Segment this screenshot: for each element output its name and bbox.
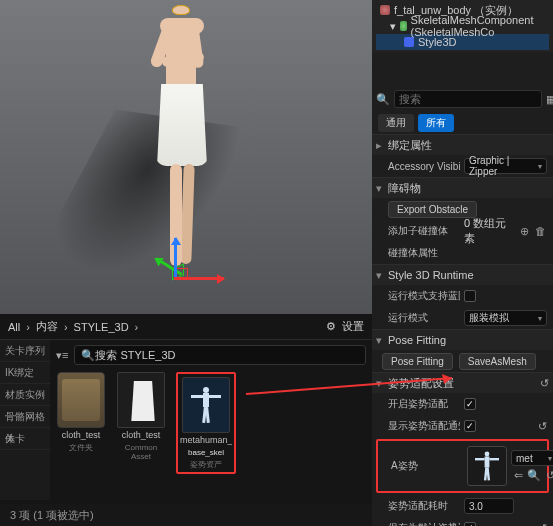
reset-icon[interactable]: ↺ [543, 468, 553, 482]
skeleton-thumb [182, 377, 230, 433]
filter-ik[interactable]: IK绑定 [0, 362, 50, 384]
cloth-thumb [117, 372, 165, 428]
array-count: 0 数组元素 [464, 216, 514, 246]
reset-icon[interactable]: ↺ [538, 522, 547, 527]
component-outliner: f_tal_unw_body （实例） ▾SkeletalMeshCompone… [372, 0, 553, 52]
viewport-3d[interactable] [0, 0, 372, 314]
reset-icon[interactable]: ↺ [540, 377, 549, 390]
details-panel: f_tal_unw_body （实例） ▾SkeletalMeshCompone… [372, 0, 553, 526]
highlight-a-pose: A姿势 met ⇐ 🔍 ↺ [376, 439, 549, 493]
browser-search-input[interactable]: 🔍 搜索 STYLE_3D [74, 345, 366, 365]
content-browser: All › 内容 › STYLE_3D › ⚙ 设置 关卡序列 IK绑定 材质实… [0, 314, 372, 526]
rest-time-field[interactable]: 3.0 [464, 498, 514, 514]
section-pose-fitting[interactable]: ▾Pose Fitting [372, 330, 553, 350]
enable-pose-checkbox[interactable] [464, 398, 476, 410]
filter-level-seq[interactable]: 关卡序列 [0, 340, 50, 362]
reset-icon[interactable]: ↺ [538, 420, 547, 433]
browser-settings-label[interactable]: 设置 [342, 319, 364, 334]
filter-general-pill[interactable]: 通用 [378, 114, 414, 132]
trash-icon[interactable]: 🗑 [534, 224, 547, 238]
save-default-checkbox[interactable] [464, 522, 476, 526]
pose-fitting-button[interactable]: Pose Fitting [382, 353, 453, 370]
filter-level[interactable]: 关卡 [0, 428, 50, 450]
crumb-all[interactable]: All [8, 321, 20, 333]
highlight-asset: metahuman_... base_skel 姿势资产 [176, 372, 236, 474]
grid-icon[interactable]: ▦ [546, 92, 553, 106]
asset-metahuman-skel[interactable]: metahuman_... base_skel 姿势资产 [181, 377, 231, 469]
filter-skelmesh[interactable]: 骨骼网格体 [0, 406, 50, 428]
asset-folder-clothtest[interactable]: cloth_test 文件夹 [56, 372, 106, 474]
section-pose-config[interactable]: ▾姿势适配设置↺ [372, 373, 553, 393]
browser-status: 3 项 (1 项被选中) [0, 504, 372, 526]
details-search-input[interactable] [394, 90, 542, 108]
section-bind-props[interactable]: ▸绑定属性 [372, 135, 553, 155]
section-runtime[interactable]: ▾Style 3D Runtime [372, 265, 553, 285]
section-obstacle[interactable]: ▾障碍物 [372, 178, 553, 198]
gear-icon[interactable]: ⚙ [326, 320, 336, 333]
filter-all-pill[interactable]: 所有 [418, 114, 454, 132]
browse-icon[interactable]: 🔍 [527, 468, 541, 482]
filter-sidebar: 关卡序列 IK绑定 材质实例 骨骼网格体 关卡 [0, 340, 50, 500]
crumb-content[interactable]: 内容 [36, 319, 58, 334]
save-as-mesh-button[interactable]: SaveAsMesh [459, 353, 536, 370]
accessory-dropdown[interactable]: Graphic | Zipper [464, 158, 547, 174]
folder-icon [57, 372, 105, 428]
transform-gizmo[interactable] [166, 228, 226, 288]
actor-icon [380, 5, 390, 15]
accessory-label: Accessory Visibility [388, 161, 460, 172]
search-icon: 🔍 [376, 93, 390, 106]
breadcrumb: All › 内容 › STYLE_3D › ⚙ 设置 [0, 314, 372, 340]
a-pose-dropdown[interactable]: met [511, 450, 553, 466]
outliner-skelmesh-comp[interactable]: ▾SkeletalMeshComponent (SkeletalMeshCo [376, 18, 549, 34]
filter-icon[interactable]: ▾≡ [56, 349, 68, 362]
style3d-icon [404, 37, 414, 47]
asset-clothtest[interactable]: cloth_test Common Asset [116, 372, 166, 474]
runmode-dropdown[interactable]: 服装模拟 [464, 310, 547, 326]
filter-matinst[interactable]: 材质实例 [0, 384, 50, 406]
a-pose-asset-picker[interactable] [467, 446, 507, 486]
use-selected-icon[interactable]: ⇐ [511, 468, 525, 482]
show-notify-checkbox[interactable] [464, 420, 476, 432]
export-obstacle-button[interactable]: Export Obstacle [388, 201, 477, 218]
crumb-style3d[interactable]: STYLE_3D [74, 321, 129, 333]
add-icon[interactable]: ⊕ [517, 224, 530, 238]
component-icon [400, 21, 407, 31]
blueprint-mod-checkbox[interactable] [464, 290, 476, 302]
